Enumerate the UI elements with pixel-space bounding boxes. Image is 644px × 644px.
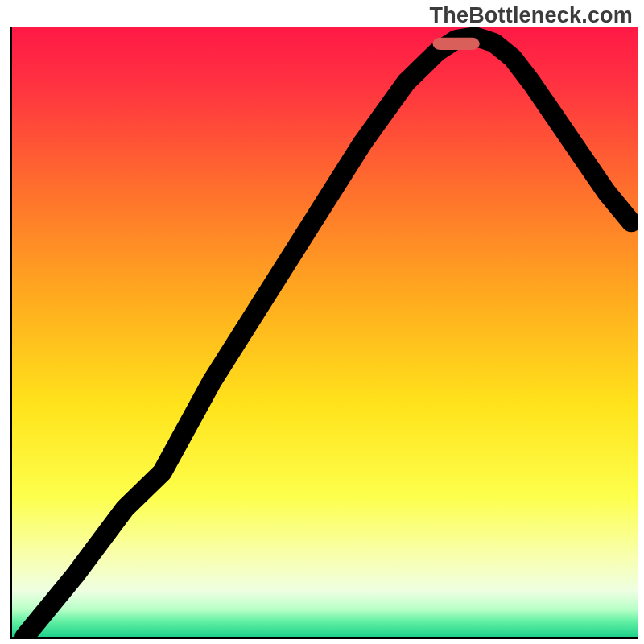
plot-area (12, 27, 638, 637)
watermark-text: TheBottleneck.com (430, 3, 633, 28)
curve-layer (12, 27, 638, 637)
chart-root: TheBottleneck.com (0, 0, 644, 644)
bottleneck-curve (25, 36, 632, 637)
plot-frame (10, 27, 638, 639)
optimal-marker (433, 38, 480, 50)
